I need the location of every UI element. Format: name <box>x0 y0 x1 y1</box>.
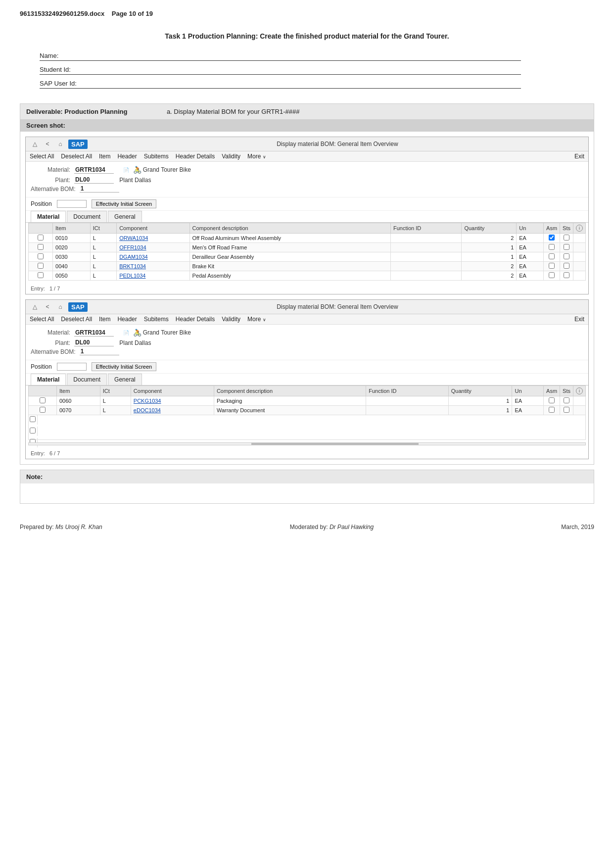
component-link[interactable]: DGAM1034 <box>119 254 147 260</box>
page-total: 19 <box>145 10 152 17</box>
position-label-1: Position <box>31 200 52 207</box>
row-checkbox[interactable] <box>38 235 44 241</box>
th-item-2: Item <box>56 386 100 396</box>
validity-menu-2[interactable]: Validity <box>222 316 240 323</box>
tab-general-2[interactable]: General <box>108 374 142 385</box>
material-icon-1[interactable]: 📄 <box>121 165 131 175</box>
row-checkbox[interactable] <box>40 407 46 413</box>
bom-table-2: Item ICt Component Component description… <box>28 386 586 415</box>
cell-function <box>390 243 461 252</box>
deselect-all-menu-1[interactable]: Deselect All <box>61 153 92 160</box>
th-component-1: Component <box>117 223 189 234</box>
sts-checkbox[interactable] <box>564 397 569 403</box>
row-checkbox[interactable] <box>38 263 44 269</box>
effectivity-button-1[interactable]: Effectivity Initial Screen <box>92 199 157 208</box>
sap-window-1: △ < ⌂ SAP Display material BOM: General … <box>25 137 589 294</box>
table-row: 0070 L eDOC1034 Warranty Document 1 EA <box>29 406 586 415</box>
sap-fields-2: Material: GRTR1034 📄 🚴 Grand Tourer Bike… <box>26 325 588 360</box>
tab-document-2[interactable]: Document <box>67 374 107 385</box>
cell-item: 0060 <box>56 396 100 406</box>
item-menu-1[interactable]: Item <box>99 153 110 160</box>
row-checkbox[interactable] <box>40 397 46 403</box>
subitems-menu-1[interactable]: Subitems <box>144 153 169 160</box>
component-link[interactable]: PCKG1034 <box>134 398 161 404</box>
sts-checkbox[interactable] <box>564 263 569 269</box>
deselect-all-menu-2[interactable]: Deselect All <box>61 316 92 323</box>
cell-desc: Warranty Document <box>214 406 366 415</box>
item-menu-2[interactable]: Item <box>99 316 110 323</box>
empty-checkbox-b[interactable] <box>30 428 36 434</box>
cell-quantity: 2 <box>462 262 517 271</box>
cell-item: 0030 <box>53 252 91 262</box>
position-input-1[interactable] <box>57 200 87 208</box>
row-checkbox[interactable] <box>38 244 44 250</box>
exit-button-1[interactable]: Exit <box>574 153 584 160</box>
home-icon[interactable]: ⌂ <box>55 139 65 149</box>
home-icon-2[interactable]: ⌂ <box>55 302 65 312</box>
select-all-menu-2[interactable]: Select All <box>30 316 54 323</box>
sts-checkbox[interactable] <box>564 272 569 278</box>
tab-material-1[interactable]: Material <box>31 211 66 222</box>
more-menu-1[interactable]: More ∨ <box>247 153 266 160</box>
row-checkbox[interactable] <box>38 253 44 259</box>
asm-checkbox[interactable] <box>549 235 555 241</box>
th-ict-2: ICt <box>100 386 131 396</box>
asm-checkbox[interactable] <box>549 272 555 278</box>
tab-general-1[interactable]: General <box>108 211 142 222</box>
cell-function <box>366 406 449 415</box>
sts-checkbox[interactable] <box>564 253 569 259</box>
position-input-2[interactable] <box>57 363 87 371</box>
sts-checkbox[interactable] <box>564 407 569 413</box>
cell-quantity: 1 <box>448 396 512 406</box>
th-un-2: Un <box>512 386 544 396</box>
component-link[interactable]: eDOC1034 <box>134 407 161 413</box>
sap-menu-bar-1: Select All Deselect All Item Header Subi… <box>26 151 588 162</box>
subitems-menu-2[interactable]: Subitems <box>144 316 169 323</box>
back-icon-2[interactable]: △ <box>30 302 40 312</box>
cell-component: DGAM1034 <box>117 252 189 262</box>
header-details-menu-2[interactable]: Header Details <box>176 316 215 323</box>
th-info-1: i <box>573 223 586 234</box>
row-checkbox[interactable] <box>38 272 44 278</box>
more-menu-2[interactable]: More ∨ <box>247 316 266 323</box>
asm-checkbox[interactable] <box>549 263 555 269</box>
header-details-menu-1[interactable]: Header Details <box>176 153 215 160</box>
tab-material-2[interactable]: Material <box>31 374 66 385</box>
product-name-2: 🚴 Grand Tourer Bike <box>133 329 191 337</box>
material-icon-2[interactable]: 📄 <box>121 328 131 338</box>
tab-document-1[interactable]: Document <box>67 211 107 222</box>
forward-icon[interactable]: < <box>43 139 52 149</box>
sts-checkbox[interactable] <box>564 235 569 241</box>
prepared-by-name: Ms Urooj R. Khan <box>55 524 102 530</box>
header-menu-1[interactable]: Header <box>117 153 137 160</box>
effectivity-button-2[interactable]: Effectivity Initial Screen <box>92 362 157 371</box>
sts-checkbox[interactable] <box>564 244 569 250</box>
forward-icon-2[interactable]: < <box>43 302 52 312</box>
plant-name-2: Plant Dallas <box>119 339 151 346</box>
component-link[interactable]: BRKT1034 <box>119 263 146 269</box>
component-link[interactable]: ORWA1034 <box>119 235 148 241</box>
empty-checkbox-a[interactable] <box>30 416 36 422</box>
select-all-menu-1[interactable]: Select All <box>30 153 54 160</box>
th-quantity-1: Quantity <box>462 223 517 234</box>
asm-checkbox[interactable] <box>549 244 555 250</box>
cell-item: 0070 <box>56 406 100 415</box>
position-row-2: Position Effectivity Initial Screen <box>26 360 588 374</box>
task-title: Task 1 Production Planning: Create the f… <box>20 32 594 40</box>
cell-component: OFFR1034 <box>117 243 189 252</box>
asm-checkbox[interactable] <box>549 407 555 413</box>
validity-menu-1[interactable]: Validity <box>222 153 240 160</box>
asm-checkbox[interactable] <box>549 253 555 259</box>
component-link[interactable]: PEDL1034 <box>119 273 145 279</box>
back-icon[interactable]: △ <box>30 139 40 149</box>
exit-button-2[interactable]: Exit <box>574 316 584 323</box>
th-sts-1: Sts <box>560 223 573 234</box>
asm-checkbox[interactable] <box>549 397 555 403</box>
name-label: Name: <box>40 52 89 59</box>
screen-shot-label: Screen shot: <box>20 119 594 132</box>
component-link[interactable]: OFFR1034 <box>119 244 146 250</box>
horizontal-scrollbar[interactable] <box>28 442 586 445</box>
cell-component: PCKG1034 <box>131 396 214 406</box>
th-item-1: Item <box>53 223 91 234</box>
header-menu-2[interactable]: Header <box>117 316 137 323</box>
